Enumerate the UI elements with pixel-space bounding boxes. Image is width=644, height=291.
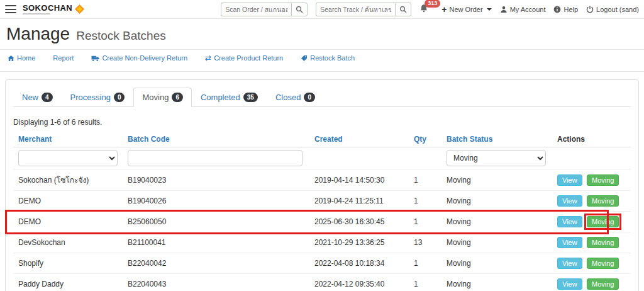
brand-tagline-bar [23,13,50,14]
logout-button[interactable]: Logout (sand) [586,6,639,13]
search-icon [399,6,407,13]
notifications-button[interactable]: 313 [419,4,428,14]
person-icon [500,6,508,13]
cell-created: 2025-06-30 16:30:45 [309,212,409,232]
plus-icon: + [441,6,447,13]
brand-diamond-icon [75,4,84,14]
tab-closed[interactable]: Closed 0 [267,88,324,107]
search-icon [296,6,303,13]
cell-actions: View Moving [552,232,631,253]
cell-actions: View Moving [552,169,631,191]
cell-actions: View Moving [552,212,631,232]
table-row: DEMO B19040026 2019-04-24 11:25:11 1 Mov… [13,191,631,212]
nav-link-restock-batch[interactable]: Restock Batch [301,54,355,62]
menu-toggle-icon[interactable] [5,5,16,13]
tab-count-badge: 4 [42,93,53,102]
search-track-search-button[interactable] [395,3,411,16]
batch-code-filter-input[interactable] [128,150,303,166]
moving-button[interactable]: Moving [587,195,619,207]
tab-count-badge: 35 [243,93,258,102]
tab-count-badge: 6 [172,93,183,102]
cell-merchant: DEMO [13,212,123,232]
page-title: Manage [6,24,70,44]
divider [0,71,644,72]
cell-status: Moving [441,274,552,291]
moving-button[interactable]: Moving [587,258,619,269]
cell-actions: View Moving [552,274,631,291]
brand-logo[interactable]: SOKOCHAN [23,4,84,14]
cell-qty: 1 [409,253,441,274]
tab-count-badge: 0 [114,93,125,102]
cell-status: Moving [441,212,552,232]
nav-link-create-non-delivery-return[interactable]: Create Non-Delivery Return [91,54,187,62]
cell-created: 2021-10-29 13:36:25 [309,232,409,253]
header-merchant[interactable]: Merchant [13,132,123,147]
cell-merchant: Paddy Daddy [13,274,123,291]
cell-batch-code: B19040023 [123,169,309,191]
tab-moving[interactable]: Moving 6 [133,88,191,107]
info-icon [553,6,561,13]
truck-icon [91,55,99,62]
header-qty[interactable]: Qty [409,132,441,147]
cell-merchant: DEMO [13,191,123,212]
batch-status-filter-select[interactable]: Moving [447,150,546,166]
moving-button[interactable]: Moving [587,216,619,227]
power-icon [586,6,594,13]
nav-link-report[interactable]: Report [53,54,74,62]
help-button[interactable]: Help [553,6,578,13]
top-navbar: SOKOCHAN [0,0,644,19]
moving-button[interactable]: Moving [587,174,619,186]
header-actions: Actions [552,132,631,147]
table-body: Sokochan (โซโกะจัง) B19040023 2019-04-14… [13,169,631,291]
merchant-filter-select[interactable] [18,150,118,166]
view-button[interactable]: View [557,278,582,290]
cell-created: 2022-04-12 09:35:40 [309,274,409,291]
cell-status: Moving [441,169,552,191]
cell-status: Moving [441,253,552,274]
table-header-row: Merchant Batch Code Created Qty Batch St… [13,132,631,147]
search-track-input[interactable] [316,3,395,16]
moving-button[interactable]: Moving [587,237,619,248]
view-button[interactable]: View [557,258,582,269]
new-order-button[interactable]: + New Order [441,6,491,13]
view-button[interactable]: View [557,195,582,207]
cell-qty: 1 [409,169,441,191]
scan-order-input[interactable] [221,3,291,16]
page-header: Manage Restock Batches [0,19,644,44]
nav-link-create-product-return[interactable]: ⇄ Create Product Return [205,54,283,62]
cell-qty: 1 [409,274,441,291]
tab-completed[interactable]: Completed 35 [192,88,267,107]
nav-link-home[interactable]: Home [8,54,35,62]
chevron-down-icon [487,8,492,11]
batches-table: Merchant Batch Code Created Qty Batch St… [13,132,631,291]
cell-batch-code: B19040026 [123,191,309,212]
search-track-group [316,3,411,16]
status-tabs: New 4 Processing 0 Moving 6 Completed 35… [13,88,631,107]
header-batch-status[interactable]: Batch Status [441,132,552,147]
tab-processing[interactable]: Processing 0 [62,88,134,107]
cell-status: Moving [441,191,552,212]
moving-button[interactable]: Moving [587,278,619,290]
table-row: DEMO B25060050 2025-06-30 16:30:45 1 Mov… [13,212,631,232]
scan-order-search-button[interactable] [291,3,308,16]
home-icon [8,55,14,62]
header-created[interactable]: Created [309,132,409,147]
my-account-button[interactable]: My Account [500,6,546,13]
new-order-label: New Order [449,6,482,13]
header-batch-code[interactable]: Batch Code [123,132,309,147]
cell-actions: View Moving [552,253,631,274]
cell-batch-code: B21100041 [123,232,309,253]
cell-created: 2019-04-24 11:25:11 [309,191,409,212]
table-row: DevSokochan B21100041 2021-10-29 13:36:2… [13,232,631,253]
tab-count-badge: 0 [304,93,315,102]
swap-arrows-icon: ⇄ [205,55,211,61]
filter-row: Moving [13,147,631,169]
view-button[interactable]: View [557,216,582,227]
cell-batch-code: B22040042 [123,253,309,274]
view-button[interactable]: View [557,174,582,186]
quick-links-bar: Home Report Create Non-Delivery Return ⇄… [0,50,644,66]
tab-new[interactable]: New 4 [13,88,62,107]
cell-qty: 13 [409,232,441,253]
cell-batch-code: B22040043 [123,274,309,291]
view-button[interactable]: View [557,237,582,248]
